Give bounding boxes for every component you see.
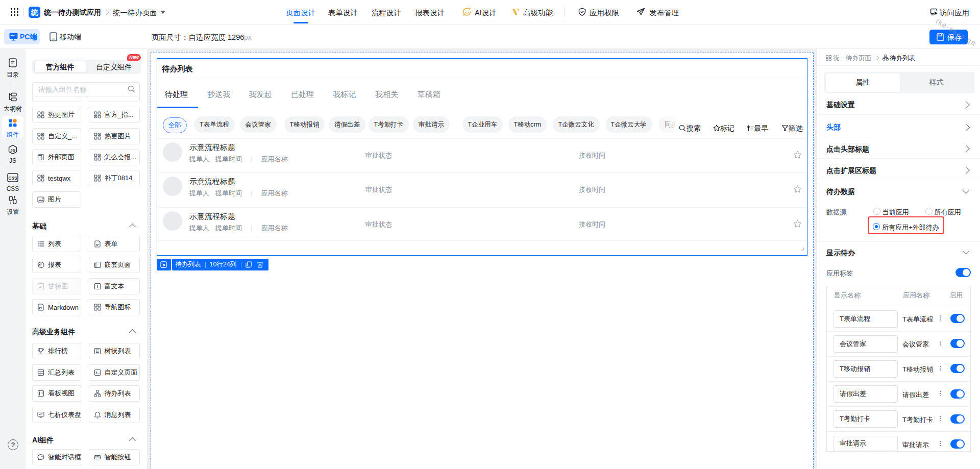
- svg-text:JS: JS: [10, 148, 15, 153]
- svg-text:BTN: BTN: [95, 456, 100, 459]
- svg-text:CSS: CSS: [8, 176, 17, 181]
